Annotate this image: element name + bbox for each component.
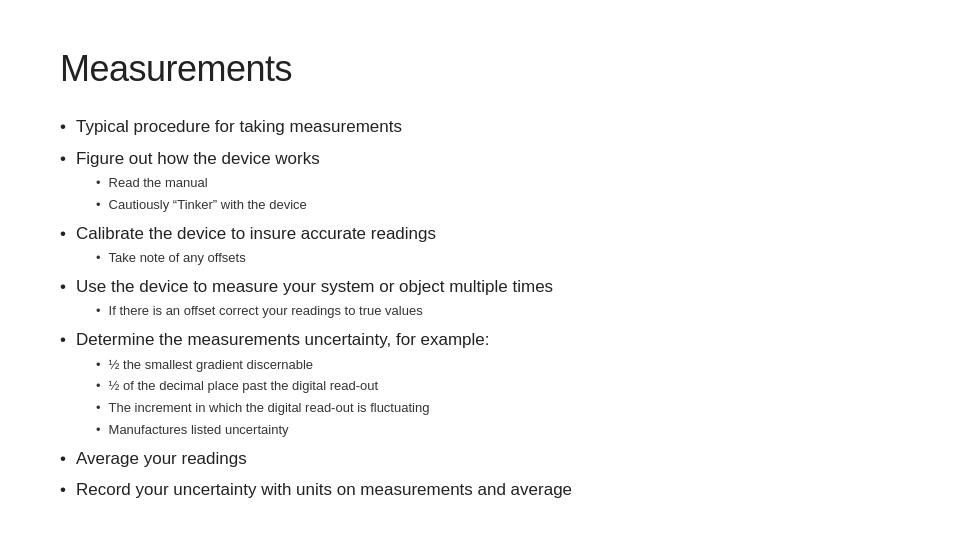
bullet-2-sub-2-text: Cautiously “Tinker” with the device — [109, 195, 307, 216]
bullet-2: • Figure out how the device works — [60, 146, 900, 172]
bullet-2-sub-1-text: Read the manual — [109, 173, 208, 194]
bullet-5-sub-1-text: ½ the smallest gradient discernable — [109, 355, 314, 376]
bullet-5-sub-3: • The increment in which the digital rea… — [96, 398, 900, 419]
bullet-5-sub-1-dot: • — [96, 355, 101, 376]
bullet-4-sub-1-text: If there is an offset correct your readi… — [109, 301, 423, 322]
bullet-4: • Use the device to measure your system … — [60, 274, 900, 300]
bullet-4-dot: • — [60, 274, 66, 300]
bullet-7-dot: • — [60, 477, 66, 503]
bullet-3-sub-1-text: Take note of any offsets — [109, 248, 246, 269]
bullet-5-sub-3-dot: • — [96, 398, 101, 419]
bullet-4-sub-1: • If there is an offset correct your rea… — [96, 301, 900, 322]
bullet-5-sub-4-text: Manufactures listed uncertainty — [109, 420, 289, 441]
bullet-3-sub-1-dot: • — [96, 248, 101, 269]
bullet-2-sub-2-dot: • — [96, 195, 101, 216]
content-area: • Typical procedure for taking measureme… — [60, 114, 900, 505]
bullet-2-sublist: • Read the manual • Cautiously “Tinker” … — [60, 173, 900, 217]
slide-title: Measurements — [60, 48, 900, 90]
bullet-5-sub-4-dot: • — [96, 420, 101, 441]
bullet-4-sub-1-dot: • — [96, 301, 101, 322]
bullet-5-sub-2: • ½ of the decimal place past the digita… — [96, 376, 900, 397]
bullet-6-text: Average your readings — [76, 446, 247, 472]
bullet-5-dot: • — [60, 327, 66, 353]
bullet-7: • Record your uncertainty with units on … — [60, 477, 900, 503]
bullet-7-text: Record your uncertainty with units on me… — [76, 477, 572, 503]
bullet-3-text: Calibrate the device to insure accurate … — [76, 221, 436, 247]
slide: Measurements • Typical procedure for tak… — [0, 0, 960, 540]
bullet-2-sub-2: • Cautiously “Tinker” with the device — [96, 195, 900, 216]
bullet-1-text: Typical procedure for taking measurement… — [76, 114, 402, 140]
bullet-6-dot: • — [60, 446, 66, 472]
bullet-2-dot: • — [60, 146, 66, 172]
bullet-4-sublist: • If there is an offset correct your rea… — [60, 301, 900, 323]
bullet-4-text: Use the device to measure your system or… — [76, 274, 553, 300]
bullet-3-dot: • — [60, 221, 66, 247]
bullet-3: • Calibrate the device to insure accurat… — [60, 221, 900, 247]
bullet-6: • Average your readings — [60, 446, 900, 472]
bullet-2-sub-1-dot: • — [96, 173, 101, 194]
bullet-2-text: Figure out how the device works — [76, 146, 320, 172]
bullet-3-sub-1: • Take note of any offsets — [96, 248, 900, 269]
bullet-5-sub-4: • Manufactures listed uncertainty — [96, 420, 900, 441]
bullet-2-sub-1: • Read the manual — [96, 173, 900, 194]
bullet-3-sublist: • Take note of any offsets — [60, 248, 900, 270]
bullet-5-sub-3-text: The increment in which the digital read-… — [109, 398, 430, 419]
bullet-5-sub-2-dot: • — [96, 376, 101, 397]
bullet-1-dot: • — [60, 114, 66, 140]
bullet-5-sub-1: • ½ the smallest gradient discernable — [96, 355, 900, 376]
bullet-5: • Determine the measurements uncertainty… — [60, 327, 900, 353]
bullet-5-sub-2-text: ½ of the decimal place past the digital … — [109, 376, 379, 397]
bullet-5-text: Determine the measurements uncertainty, … — [76, 327, 490, 353]
bullet-1: • Typical procedure for taking measureme… — [60, 114, 900, 140]
bullet-5-sublist: • ½ the smallest gradient discernable • … — [60, 355, 900, 442]
